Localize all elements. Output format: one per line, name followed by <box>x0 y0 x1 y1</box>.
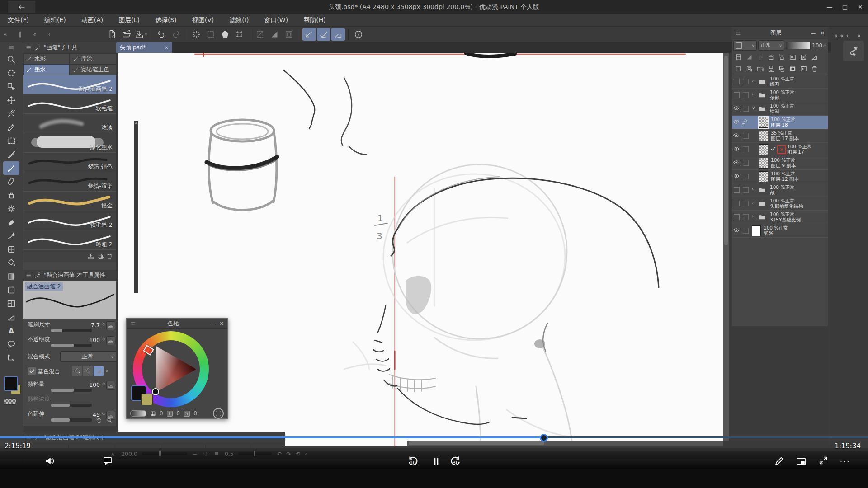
eyedropper-tool[interactable] <box>3 121 19 134</box>
layer-row[interactable]: › 100 %正常 颅 <box>732 183 828 197</box>
minimize-button[interactable]: — <box>822 0 837 14</box>
layer-row[interactable]: 35 %正常 图层 17 副本 <box>732 129 828 143</box>
layer-thumbnail[interactable] <box>759 171 768 182</box>
video-progress-handle[interactable] <box>540 434 548 442</box>
layer-visibility-toggle[interactable] <box>734 187 740 193</box>
layer-visibility-toggle[interactable] <box>733 173 740 179</box>
layer-visibility-toggle[interactable] <box>733 145 740 152</box>
more-button[interactable]: ··· <box>840 458 850 466</box>
vscroll-thumb[interactable] <box>724 56 728 245</box>
airbrush-tool[interactable] <box>3 175 19 188</box>
layer-visibility-toggle[interactable] <box>733 159 740 166</box>
layer-visibility-toggle[interactable] <box>733 132 740 139</box>
slider-preset-button[interactable] <box>106 321 115 330</box>
snap-curve-button[interactable] <box>317 28 330 41</box>
document-tab[interactable]: 头颈.psd* × <box>116 42 172 53</box>
layer-row[interactable]: › 100 %正常 颈部 <box>732 89 828 102</box>
color-wheel-minimize[interactable]: — <box>210 321 215 327</box>
dropdown-arrow-icon[interactable]: ∨ <box>145 33 147 37</box>
layer-visibility-toggle[interactable] <box>734 201 740 206</box>
pip-button[interactable] <box>796 456 807 467</box>
brush-item[interactable]: 略粗 2 <box>23 230 116 250</box>
layers-pin-button[interactable] <box>756 53 764 61</box>
canvas-horizontal-scrollbar[interactable] <box>407 441 723 446</box>
panel-menu-icon[interactable] <box>130 321 136 327</box>
layers-select-tone-button[interactable] <box>745 53 753 61</box>
undo-button[interactable] <box>155 28 168 41</box>
open-file-button[interactable] <box>120 28 133 41</box>
chevron-down-icon[interactable]: ∨ <box>752 105 755 110</box>
back-button[interactable]: ← <box>8 1 35 13</box>
layer-row[interactable]: 100 %正常 图层 12 副本 <box>732 170 828 183</box>
pen-tool[interactable] <box>3 148 19 161</box>
笔刷尺寸-slider[interactable] <box>51 329 92 332</box>
new-file-button[interactable] <box>105 28 119 41</box>
shape-tool[interactable] <box>3 283 19 297</box>
snap-ruler-button[interactable] <box>302 28 316 41</box>
flow-tool[interactable] <box>3 351 19 365</box>
layer-row[interactable]: ✕ 100 %正常 图层 17 <box>732 143 828 156</box>
layers-transfer-down-button[interactable] <box>767 65 775 73</box>
layers-new-folder-button[interactable] <box>756 65 764 73</box>
layer-check-box[interactable] <box>743 133 749 139</box>
panel-menu-icon[interactable] <box>26 272 32 278</box>
document-tab-close-icon[interactable]: × <box>165 45 169 51</box>
balloon-tool[interactable] <box>3 338 19 351</box>
skip-forward-button[interactable]: 30 <box>447 455 465 468</box>
chevron-right-icon[interactable]: › <box>752 200 754 205</box>
danmaku-button[interactable] <box>102 455 113 466</box>
layer-check-box[interactable] <box>743 106 749 112</box>
panel-menu-icon[interactable] <box>735 30 741 36</box>
layers-layer-mask-button[interactable] <box>789 65 797 73</box>
reselect-button[interactable] <box>204 28 217 41</box>
layer-row[interactable]: › 100 %正常 3T5Y基础比例 <box>732 211 828 224</box>
brush-item[interactable]: 浓淡 <box>23 114 116 133</box>
menu-item-5[interactable]: 视图(V) <box>184 14 222 26</box>
layer-row[interactable]: 100 %正常 纸张 <box>732 224 828 238</box>
dock-expand-icon[interactable]: » <box>858 33 861 39</box>
menu-item-8[interactable]: 帮助(H) <box>296 14 333 26</box>
mix-mode-1[interactable] <box>72 366 82 376</box>
brush-item[interactable]: 烧箔-铺色 <box>23 153 116 172</box>
marquee-tool[interactable] <box>3 134 19 148</box>
chevron-right-icon[interactable]: › <box>752 214 754 219</box>
layers-ruler-tool-button[interactable] <box>811 53 818 61</box>
brush-group-tab-2[interactable]: 墨水 <box>23 64 70 75</box>
layer-visibility-toggle[interactable] <box>734 79 740 84</box>
auto-select-tool[interactable] <box>3 107 19 121</box>
layer-visibility-toggle[interactable] <box>733 105 740 112</box>
deselect-button[interactable] <box>189 28 203 41</box>
mix-mode-2[interactable] <box>83 366 93 376</box>
snap-angle-button[interactable] <box>331 28 345 41</box>
canvas-vertical-scrollbar[interactable] <box>723 53 729 441</box>
layer-thumbnail[interactable] <box>759 144 768 155</box>
tool-property-header[interactable]: "融合油画笔 2"工具属性 <box>23 270 116 281</box>
layer-row[interactable]: 100 %正常 图层 9 副本 <box>732 156 828 170</box>
layer-check-box[interactable] <box>743 228 749 234</box>
subtool-detail-button[interactable] <box>106 417 113 424</box>
eraser-tool[interactable] <box>3 216 19 229</box>
layers-lock-button[interactable] <box>767 53 775 61</box>
layer-visibility-toggle[interactable] <box>734 92 740 98</box>
shrink-button[interactable] <box>818 455 828 465</box>
layer-thumbnail[interactable] <box>759 117 768 128</box>
video-progress-track[interactable] <box>0 436 868 438</box>
import-brush-button[interactable] <box>87 253 94 260</box>
pause-button[interactable] <box>429 455 444 468</box>
text-tool[interactable]: A <box>3 324 19 338</box>
copy-brush-button[interactable] <box>96 253 104 260</box>
blend-tool[interactable] <box>3 229 19 243</box>
select-layer-button[interactable] <box>253 28 267 41</box>
secondary-color-swatch[interactable] <box>141 394 153 405</box>
panel-collapse-arrows[interactable]: «‖«‹ <box>4 31 51 38</box>
menu-item-7[interactable]: 窗口(W) <box>256 14 296 26</box>
layer-thumbnail[interactable] <box>759 131 768 141</box>
layer-row[interactable]: 100 %正常 图层 18 <box>732 116 828 129</box>
颜料浓度-slider[interactable] <box>51 404 92 407</box>
layer-check-box[interactable] <box>743 201 749 206</box>
layers-lock-alpha-button[interactable] <box>778 53 786 61</box>
layer-opacity-value[interactable]: 100◇ <box>812 42 826 49</box>
hue-mode-icon[interactable] <box>150 411 156 417</box>
dock-collapse-icon[interactable]: « <box>834 33 837 39</box>
layer-row[interactable]: › 100 %正常 头部的简化结构 <box>732 197 828 211</box>
